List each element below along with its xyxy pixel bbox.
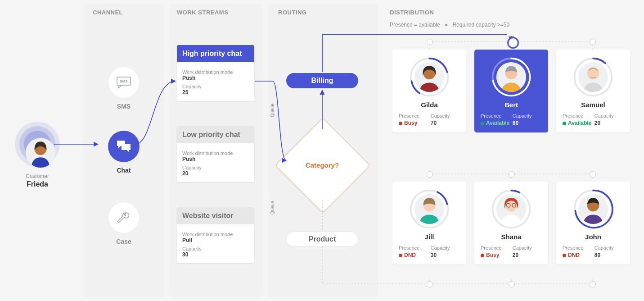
node-dot bbox=[427, 281, 433, 287]
queue-label: Product bbox=[309, 235, 336, 243]
mode-label: Work distribution mode bbox=[182, 69, 249, 75]
chat-icon bbox=[108, 131, 140, 162]
customer-avatar bbox=[15, 122, 60, 167]
capacity-value: 30 bbox=[182, 251, 249, 258]
distribution-rule: Presence = available Required capacity >… bbox=[390, 22, 509, 28]
capacity-value: 25 bbox=[182, 89, 249, 96]
customer-label: Customer bbox=[8, 173, 67, 179]
svg-text:SMS: SMS bbox=[120, 79, 128, 83]
node-dot bbox=[509, 281, 515, 287]
section-title-workstreams: WORK STREAMS bbox=[177, 9, 228, 16]
presence-value: DND bbox=[404, 252, 416, 258]
channel-label: Case bbox=[97, 238, 151, 245]
capacity-value: 80 bbox=[594, 252, 624, 258]
capacity-value: 80 bbox=[513, 120, 542, 126]
workstream-card-high[interactable]: High priority chat Work distribution mod… bbox=[177, 45, 254, 101]
capacity-label: Capacity bbox=[182, 246, 249, 251]
presence-value: DND bbox=[568, 252, 580, 258]
agent-card-john[interactable]: John Presence DND Capacity 80 bbox=[556, 182, 630, 265]
capacity-value: 70 bbox=[431, 120, 460, 126]
workstream-card-web[interactable]: Website visitor Work distribution mode P… bbox=[177, 207, 254, 263]
queue-label: Billing bbox=[311, 77, 333, 85]
section-title-routing: ROUTING bbox=[278, 9, 306, 16]
node-dot bbox=[509, 171, 515, 178]
customer-block: Customer Frieda bbox=[8, 122, 67, 188]
workstream-title: Website visitor bbox=[177, 207, 254, 224]
agent-name: John bbox=[556, 233, 630, 241]
agent-name: Shana bbox=[474, 233, 548, 241]
capacity-value: 20 bbox=[594, 120, 624, 126]
capacity-label: Capacity bbox=[513, 245, 542, 251]
agent-name: Gilda bbox=[392, 101, 466, 109]
customer-name: Frieda bbox=[8, 180, 67, 188]
capacity-value: 20 bbox=[513, 252, 542, 258]
capacity-value: 30 bbox=[431, 252, 460, 258]
capacity-value: 20 bbox=[182, 170, 249, 177]
mode-label: Work distribution mode bbox=[182, 232, 249, 237]
capacity-label: Capacity bbox=[182, 84, 249, 89]
node-dot-selected bbox=[507, 37, 519, 49]
presence-label: Presence bbox=[399, 113, 428, 119]
decision-text: Category? bbox=[306, 161, 339, 169]
capacity-label: Capacity bbox=[594, 113, 624, 119]
presence-label: Presence bbox=[481, 245, 510, 251]
mode-value: Pull bbox=[182, 237, 249, 243]
agent-name: Jill bbox=[392, 233, 466, 241]
channel-case[interactable]: Case bbox=[97, 202, 151, 245]
channel-sms[interactable]: SMS SMS bbox=[97, 67, 151, 110]
mode-label: Work distribution mode bbox=[182, 150, 249, 156]
capacity-label: Capacity bbox=[431, 245, 460, 251]
presence-label: Presence bbox=[563, 113, 592, 119]
workstream-card-low[interactable]: Low priority chat Work distribution mode… bbox=[177, 126, 254, 182]
node-dot bbox=[590, 39, 596, 45]
queue-billing[interactable]: Billing bbox=[286, 73, 358, 88]
presence-value: Available bbox=[486, 120, 509, 126]
presence-label: Presence bbox=[563, 245, 592, 251]
presence-label: Presence bbox=[399, 245, 428, 251]
wrench-icon bbox=[108, 202, 140, 233]
presence-value: Busy bbox=[486, 252, 499, 258]
mode-value: Push bbox=[182, 75, 249, 81]
channel-label: SMS bbox=[97, 103, 151, 110]
sms-icon: SMS bbox=[108, 67, 140, 98]
agent-name: Samuel bbox=[556, 101, 630, 109]
presence-value: Busy bbox=[404, 120, 417, 126]
queue-product[interactable]: Product bbox=[286, 232, 358, 247]
agent-card-bert[interactable]: Bert Presence Available Capacity 80 bbox=[474, 50, 548, 132]
avatar-icon bbox=[26, 138, 55, 168]
channel-chat[interactable]: Chat bbox=[97, 131, 151, 174]
routing-decision[interactable]: Category? bbox=[289, 132, 356, 198]
node-dot bbox=[590, 281, 596, 287]
node-dot bbox=[590, 171, 596, 178]
capacity-label: Capacity bbox=[513, 113, 542, 119]
agent-card-gilda[interactable]: Gilda Presence Busy Capacity 70 bbox=[392, 50, 466, 132]
capacity-label: Capacity bbox=[182, 165, 249, 170]
agent-card-samuel[interactable]: Samuel Presence Available Capacity 20 bbox=[556, 50, 630, 132]
agent-card-shana[interactable]: Shana Presence Busy Capacity 20 bbox=[474, 182, 548, 265]
capacity-label: Capacity bbox=[431, 113, 460, 119]
node-dot bbox=[427, 39, 433, 45]
workstream-title: High priority chat bbox=[177, 45, 254, 62]
rule-capacity: Required capacity >=50 bbox=[452, 22, 509, 28]
rule-presence: Presence = available bbox=[390, 22, 440, 28]
agent-card-jill[interactable]: Jill Presence DND Capacity 30 bbox=[392, 182, 466, 265]
channel-label: Chat bbox=[97, 167, 151, 174]
queue-axis-label: Queue bbox=[270, 201, 275, 214]
presence-label: Presence bbox=[481, 113, 510, 119]
presence-value: Available bbox=[568, 120, 591, 126]
node-dot bbox=[427, 171, 433, 178]
section-title-distribution: DISTRIBUTION bbox=[390, 9, 434, 16]
agent-name: Bert bbox=[474, 101, 548, 109]
capacity-label: Capacity bbox=[594, 245, 624, 251]
workstream-title: Low priority chat bbox=[177, 126, 254, 143]
queue-axis-label: Queue bbox=[270, 104, 275, 117]
mode-value: Push bbox=[182, 156, 249, 162]
